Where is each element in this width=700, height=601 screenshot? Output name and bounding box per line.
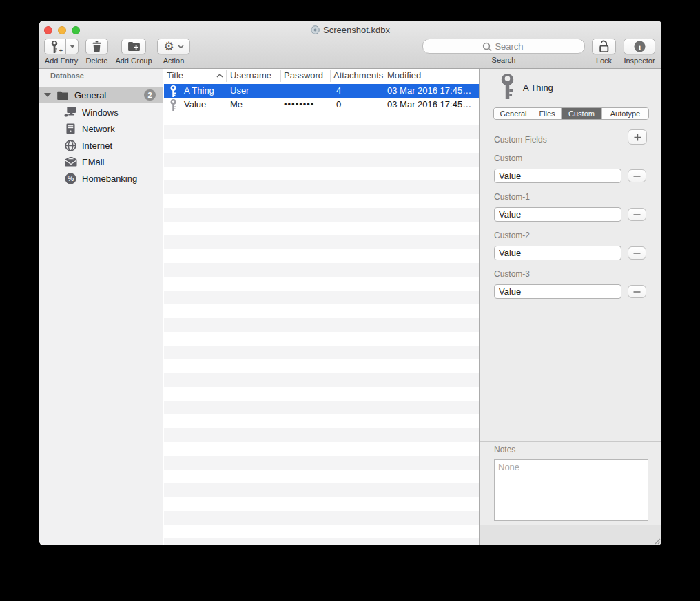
entry-table: Title Username Password Attachments Modi… <box>164 69 479 545</box>
sidebar-item-windows[interactable]: Windows <box>39 104 163 120</box>
field-label: Custom-3 <box>494 269 530 279</box>
inspector-label: Inspector <box>624 56 655 65</box>
column-header-username[interactable]: Username <box>230 70 271 81</box>
add-group-label: Add Group <box>115 56 152 65</box>
remove-field-button[interactable] <box>628 285 646 298</box>
field-value-input[interactable] <box>494 284 621 299</box>
entry-count-badge: 2 <box>144 89 156 101</box>
window-title: Screenshot.kdbx <box>323 25 390 35</box>
cell-attachments: 4 <box>336 85 341 96</box>
action-button[interactable]: ⚙ <box>157 39 190 54</box>
minus-icon <box>633 253 641 254</box>
sidebar-item-label: Network <box>82 124 115 134</box>
field-value-input[interactable] <box>494 246 621 260</box>
app-window: Screenshot.kdbx + Add Entry <box>39 21 661 545</box>
action-label: Action <box>163 56 185 65</box>
tab-files[interactable]: Files <box>533 108 562 119</box>
trash-icon <box>92 41 102 52</box>
cell-title: A Thing <box>184 85 214 96</box>
field-label: Custom-1 <box>494 192 530 202</box>
remove-field-button[interactable] <box>628 208 646 221</box>
folder-plus-icon <box>127 41 141 52</box>
toolbar-item-delete: Delete <box>85 39 108 65</box>
cell-attachments: 0 <box>336 99 341 109</box>
key-icon <box>169 99 177 111</box>
main-content: Database General 2 Windows Network <box>39 69 661 545</box>
sidebar-item-label: Windows <box>82 107 119 118</box>
field-label: Custom <box>494 154 522 163</box>
column-header-modified[interactable]: Modified <box>387 70 421 81</box>
minus-icon <box>633 176 641 177</box>
add-entry-dropdown-button[interactable] <box>66 39 79 54</box>
table-row[interactable]: A Thing User 4 03 Mar 2016 17:45… <box>164 84 479 98</box>
column-header-attachments[interactable]: Attachments <box>333 70 383 81</box>
remove-field-button[interactable] <box>628 246 646 260</box>
disclosure-triangle-icon[interactable] <box>44 93 51 97</box>
desktop-background: { "window": { "title": "Screenshot.kdbx"… <box>0 0 700 601</box>
minus-icon <box>633 214 641 215</box>
percent-icon: % <box>64 173 77 184</box>
key-icon <box>499 74 516 99</box>
inspector-button[interactable]: i <box>624 39 655 54</box>
add-entry-button[interactable]: + <box>44 39 66 54</box>
unlock-icon <box>598 40 610 53</box>
table-row[interactable]: Value Me •••••••• 0 03 Mar 2016 17:45… <box>164 98 479 112</box>
folder-icon <box>56 91 69 100</box>
lock-button[interactable] <box>592 39 616 54</box>
tab-general[interactable]: General <box>494 108 533 119</box>
sidebar-item-internet[interactable]: Internet <box>39 137 163 154</box>
svg-text:%: % <box>68 175 74 182</box>
toolbar: Screenshot.kdbx + Add Entry <box>39 21 661 69</box>
delete-label: Delete <box>86 56 108 65</box>
minus-icon <box>633 291 641 293</box>
inspector-tabs: General Files Custom Autotype <box>493 107 649 120</box>
remove-field-button[interactable] <box>628 169 646 182</box>
document-icon <box>311 25 320 34</box>
sidebar-item-homebanking[interactable]: % Homebanking <box>39 170 163 187</box>
cell-modified: 03 Mar 2016 17:45… <box>387 99 471 109</box>
cell-title: Value <box>184 99 206 109</box>
add-custom-field-button[interactable] <box>628 129 647 145</box>
toolbar-item-inspector: i Inspector <box>624 39 655 65</box>
tab-custom[interactable]: Custom <box>562 108 602 119</box>
delete-button[interactable] <box>85 39 108 54</box>
field-value-input[interactable] <box>494 169 621 183</box>
chevron-down-icon <box>70 45 75 48</box>
toolbar-item-action: ⚙ Action <box>157 39 190 65</box>
server-icon <box>64 123 77 134</box>
key-plus-icon: + <box>50 41 60 53</box>
search-field[interactable] <box>422 39 585 54</box>
cell-modified: 03 Mar 2016 17:45… <box>387 85 471 96</box>
sort-ascending-icon <box>216 74 223 78</box>
inspector-panel: A Thing General Files Custom Autotype Cu… <box>479 69 661 545</box>
column-header-password[interactable]: Password <box>284 70 323 81</box>
notes-textarea[interactable] <box>494 459 648 521</box>
cell-username: Me <box>230 99 243 109</box>
toolbar-item-search: Search <box>422 39 585 64</box>
toolbar-item-lock: Lock <box>592 39 616 65</box>
globe-icon <box>64 140 77 151</box>
search-input[interactable] <box>423 39 584 53</box>
resize-grip-icon[interactable] <box>653 537 661 545</box>
field-label: Custom-2 <box>494 231 530 240</box>
custom-fields-label: Custom Fields <box>494 135 547 145</box>
sidebar-item-label: Internet <box>82 140 112 151</box>
sidebar-item-general[interactable]: General 2 <box>39 87 163 103</box>
sidebar-item-network[interactable]: Network <box>39 120 163 137</box>
table-header: Title Username Password Attachments Modi… <box>164 69 479 83</box>
field-value-input[interactable] <box>494 207 621 222</box>
search-label: Search <box>492 56 516 64</box>
svg-text:i: i <box>638 43 640 51</box>
column-header-title[interactable]: Title <box>167 70 183 81</box>
tab-autotype[interactable]: Autotype <box>602 108 648 119</box>
windows-icon <box>64 107 77 118</box>
key-icon <box>169 85 177 97</box>
cell-password: •••••••• <box>284 99 314 109</box>
notes-label: Notes <box>494 445 515 454</box>
entry-title: A Thing <box>523 83 553 93</box>
add-group-button[interactable] <box>121 39 146 54</box>
sidebar-item-email[interactable]: EMail <box>39 154 163 170</box>
plus-icon <box>634 134 641 141</box>
sidebar-item-label: General <box>74 90 106 101</box>
sidebar-item-label: Homebanking <box>82 173 137 184</box>
